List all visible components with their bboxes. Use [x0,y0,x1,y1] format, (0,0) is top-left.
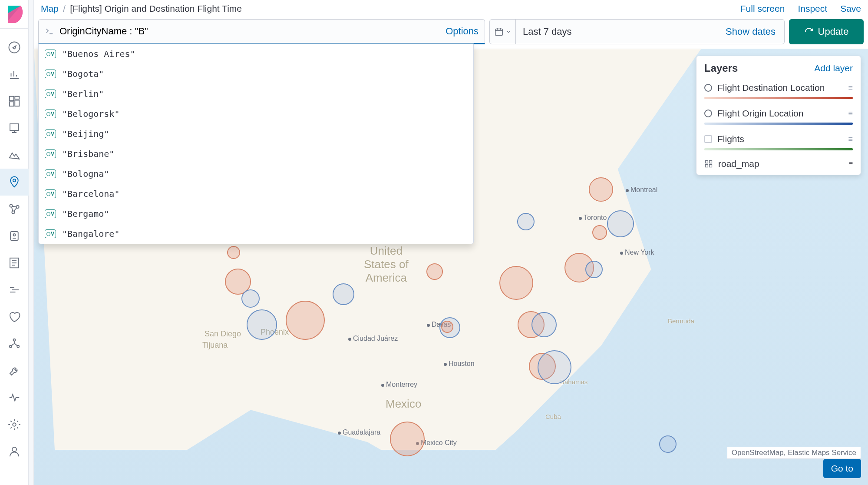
nav-discover[interactable] [0,34,29,61]
heartbeat-icon [8,391,21,404]
city-houston: Houston [444,360,475,368]
bar-chart-icon [8,68,21,81]
autocomplete-text: "Berlin" [62,89,104,99]
svg-point-16 [13,423,16,426]
dest-cluster[interactable] [426,263,443,280]
nav-uptime[interactable] [0,303,29,330]
nav-monitoring[interactable] [0,384,29,411]
autocomplete-item[interactable]: V"Bergamo" [39,204,473,224]
svg-rect-2 [15,96,19,99]
logo[interactable] [0,0,28,29]
orig-cluster[interactable] [607,210,634,237]
svg-rect-22 [710,165,712,167]
layer-name: Flights [717,134,744,144]
autocomplete-item[interactable]: V"Belogorsk" [39,104,473,124]
autocomplete-text: "Belogorsk" [62,109,119,119]
date-box[interactable]: Last 7 days Show dates [489,19,785,44]
dest-cluster[interactable] [499,266,533,300]
drag-handle-icon[interactable]: ≡ [848,135,853,144]
kibana-logo-icon [6,6,23,23]
svg-rect-18 [495,29,502,36]
layer-row[interactable]: Flight Destination Location ≡ [704,80,853,96]
compass-icon [8,41,21,54]
dest-cluster[interactable] [441,321,453,333]
city-toronto: Toronto [579,214,607,222]
inspect-button[interactable]: Inspect [798,3,827,14]
wrench-icon [8,364,21,377]
layer-gradient-red [704,97,853,99]
layer-visibility-radio[interactable] [704,84,712,92]
full-screen-button[interactable]: Full screen [740,3,785,14]
orig-cluster[interactable] [585,261,603,278]
orig-cluster[interactable] [241,289,260,308]
nav-apm[interactable] [0,276,29,303]
layer-name: Flight Origin Location [717,108,803,119]
layer-visibility-radio[interactable] [704,110,712,117]
layer-row[interactable]: Flights ≡ [704,131,853,147]
label-mexico: Mexico [386,397,421,411]
dest-cluster[interactable] [227,246,240,259]
nav-timelion[interactable] [0,142,29,169]
svg-point-11 [13,234,16,236]
query-options[interactable]: Options [446,26,479,37]
value-icon: V [45,169,56,178]
autocomplete-item[interactable]: V"Bologna" [39,164,473,184]
drag-handle-icon[interactable]: ≡ [849,160,853,168]
nav-maps[interactable] [0,169,29,196]
dest-cluster[interactable] [286,301,325,340]
autocomplete-item[interactable]: V"Bangalore" [39,224,473,244]
nav-ml[interactable] [0,223,29,249]
gear-icon [8,418,21,431]
nav-devtools[interactable] [0,357,29,384]
autocomplete-item[interactable]: V"Brisbane" [39,144,473,164]
basemap-name: road_map [718,159,759,169]
city-monterrey: Monterrey [381,381,417,389]
svg-rect-4 [10,102,14,106]
orig-cluster[interactable] [517,213,535,230]
update-button[interactable]: Update [789,19,864,44]
breadcrumb-root[interactable]: Map [41,3,59,13]
go-to-button[interactable]: Go to [823,459,861,478]
orig-cluster[interactable] [531,312,557,337]
autocomplete-item[interactable]: V"Beijing" [39,124,473,144]
nav-siem[interactable] [0,330,29,357]
city-tijuana: Tijuana [202,341,228,350]
nav-visualize[interactable] [0,61,29,88]
calendar-icon[interactable] [490,20,516,44]
svg-point-6 [13,179,16,182]
layer-row[interactable]: Flight Origin Location ≡ [704,105,853,122]
value-icon: V [45,149,56,158]
orig-cluster[interactable] [333,283,354,305]
collapse-handle[interactable] [29,0,34,485]
nav-infra[interactable] [0,249,29,276]
autocomplete-item[interactable]: V"Barcelona" [39,184,473,204]
apm-icon [8,283,21,296]
autocomplete-item[interactable]: V"Berlin" [39,84,473,104]
drag-handle-icon[interactable]: ≡ [848,109,853,118]
dest-cluster[interactable] [390,422,425,456]
svg-point-13 [13,339,16,341]
nav-graph[interactable] [0,196,29,223]
layers-title: Layers [704,62,738,74]
add-layer-button[interactable]: Add layer [814,63,853,73]
save-button[interactable]: Save [840,3,861,14]
nav-canvas[interactable] [0,115,29,142]
orig-cluster[interactable] [247,309,277,340]
layer-visibility-checkbox[interactable] [704,135,712,143]
autocomplete-item[interactable]: V"Bogota" [39,64,473,84]
nav-dashboard[interactable] [0,88,29,115]
orig-cluster[interactable] [538,350,571,384]
dest-cluster[interactable] [592,225,607,240]
drag-handle-icon[interactable]: ≡ [848,83,853,93]
nav-user[interactable] [0,438,29,465]
dest-cluster[interactable] [589,177,613,202]
basemap-row[interactable]: road_map ≡ [704,156,853,171]
orig-cluster[interactable] [659,435,677,453]
autocomplete-item[interactable]: V"Buenos Aires" [39,44,473,64]
canvas-icon [8,122,21,135]
query-box[interactable]: Options [38,19,485,44]
nav-management[interactable] [0,411,29,438]
show-dates-button[interactable]: Show dates [726,26,784,37]
query-input[interactable] [59,26,446,37]
console-icon [45,27,54,36]
